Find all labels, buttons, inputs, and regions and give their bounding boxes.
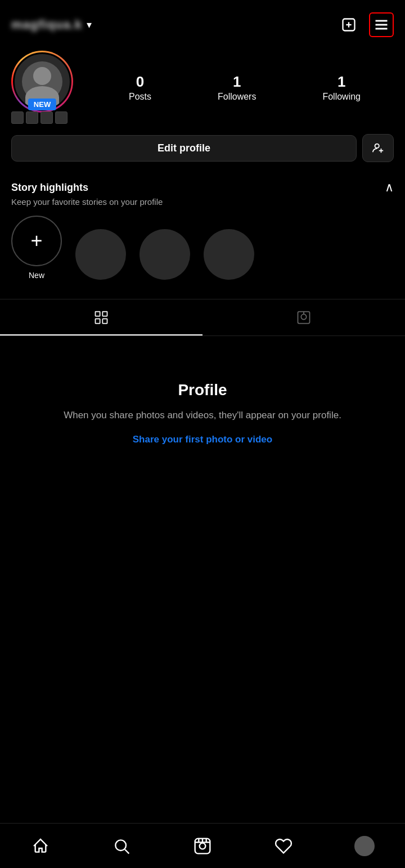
bottom-navigation [0,823,405,868]
plus-icon: + [30,231,42,251]
activity-nav-button[interactable] [267,829,300,863]
story-thumbnails [11,111,68,124]
highlight-placeholder-3 [204,229,254,280]
new-badge: NEW [28,99,56,110]
profile-content-description: When you share photos and videos, they'l… [64,408,341,423]
search-nav-button[interactable] [105,829,138,863]
svg-line-17 [125,849,129,853]
svg-point-19 [200,843,206,849]
new-highlight-circle: + [11,216,62,266]
share-first-photo-link[interactable]: Share your first photo or video [133,434,272,445]
svg-rect-10 [102,312,107,316]
highlight-placeholder-2 [140,229,190,280]
home-nav-button[interactable] [24,829,57,863]
highlights-collapse-icon[interactable]: ∧ [385,180,394,195]
svg-point-6 [375,144,379,148]
svg-rect-12 [102,319,107,323]
chevron-down-icon: ▾ [87,19,92,31]
highlight-circle-1 [75,229,126,280]
followers-count: 1 [233,73,241,91]
profile-top-row: NEW 0 Posts 1 Followers 1 Following [11,51,394,124]
tab-tagged[interactable] [202,299,405,335]
svg-point-16 [115,840,126,851]
story-thumb-3 [40,111,53,124]
username-area[interactable]: magfiqua.k ▾ [11,17,92,32]
following-stat[interactable]: 1 Following [322,73,361,102]
avatar-wrapper[interactable]: NEW [11,51,73,124]
new-highlight-button[interactable]: + New [11,216,62,280]
profile-section: NEW 0 Posts 1 Followers 1 Following [0,45,405,171]
posts-count: 0 [136,73,144,91]
tab-grid[interactable] [0,299,202,335]
highlight-placeholder-1 [75,229,126,280]
action-buttons: Edit profile [11,134,394,162]
highlight-circle-3 [204,229,254,280]
following-label: Following [322,92,361,102]
story-thumb-4 [55,111,68,124]
highlights-title: Story highlights [11,182,88,194]
profile-content: Profile When you share photos and videos… [0,336,405,468]
svg-rect-11 [96,319,100,323]
svg-rect-9 [96,312,100,316]
edit-profile-button[interactable]: Edit profile [11,135,357,162]
posts-label: Posts [129,92,151,102]
profile-content-title: Profile [178,381,227,399]
highlights-row: + New [11,216,394,284]
followers-stat[interactable]: 1 Followers [218,73,256,102]
add-person-button[interactable] [362,134,394,162]
profile-nav-avatar [354,836,375,856]
tabs-row [0,299,405,336]
avatar [22,61,62,102]
username-text: magfiqua.k [11,17,82,32]
highlights-header: Story highlights ∧ [11,180,394,195]
svg-point-14 [301,314,306,319]
highlights-subtitle: Keep your favorite stories on your profi… [11,197,394,207]
nav-icons-group [336,12,394,37]
create-post-button[interactable] [336,12,361,37]
profile-nav-button[interactable] [348,829,381,863]
story-thumb-2 [26,111,38,124]
top-navigation: magfiqua.k ▾ [0,0,405,45]
stats-area: 0 Posts 1 Followers 1 Following [96,73,394,102]
new-highlight-label: New [29,271,44,280]
story-thumb-1 [11,111,24,124]
highlights-section: Story highlights ∧ Keep your favorite st… [0,171,405,293]
highlight-circle-2 [140,229,190,280]
followers-label: Followers [218,92,256,102]
menu-button[interactable] [369,12,394,37]
reels-nav-button[interactable] [186,829,219,863]
posts-stat[interactable]: 0 Posts [129,73,151,102]
following-count: 1 [338,73,345,91]
